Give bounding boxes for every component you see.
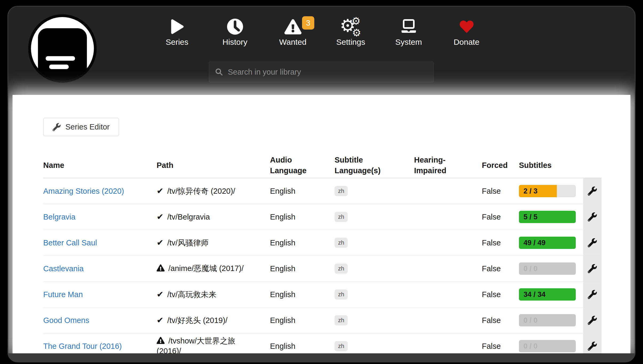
play-icon	[170, 16, 184, 37]
audio-language-value: English	[270, 187, 295, 196]
nav-item-system[interactable]: System	[380, 13, 438, 59]
audio-language-value: English	[270, 213, 295, 221]
wrench-icon	[588, 212, 597, 221]
path-text: /tvshow/大世界之旅 (2016)/	[157, 337, 235, 353]
series-table: Name Path Audio Language Subtitle Langua…	[43, 153, 601, 353]
heart-icon	[459, 16, 474, 37]
table-row: Castlevania ✔/anime/恶魔城 (2017)/ English …	[43, 256, 601, 282]
nav-item-donate[interactable]: Donate	[438, 13, 495, 59]
subtitle-language-badge: zh	[335, 289, 348, 300]
series-name-link[interactable]: Better Call Saul	[43, 238, 97, 247]
subtitles-progress-bar: 49 / 49	[519, 237, 576, 249]
header-subtitles: Subtitles	[519, 160, 583, 171]
wrench-icon	[588, 342, 597, 351]
nav-label: Donate	[454, 38, 479, 47]
table-row: Better Call Saul ✔/tv/风骚律师 English zh Fa…	[43, 230, 601, 256]
subtitles-progress-bar: 0 / 0	[519, 314, 576, 326]
series-name-link[interactable]: Belgravia	[43, 213, 76, 221]
audio-language-value: English	[270, 316, 295, 325]
nav-item-settings[interactable]: ⚙ ⚙ ⚙ Settings	[322, 13, 380, 59]
header-subtitle-languages: Subtitle Language(s)	[335, 155, 414, 176]
series-name-link[interactable]: Future Man	[43, 290, 83, 299]
check-icon: ✔	[157, 316, 164, 325]
series-editor-button[interactable]: Series Editor	[43, 118, 119, 136]
subtitle-language-badge: zh	[335, 315, 348, 325]
nav-label: Settings	[336, 38, 365, 47]
subtitles-progress-bar: 0 / 0	[519, 262, 576, 275]
edit-series-button[interactable]	[583, 230, 601, 256]
header-name: Name	[43, 160, 157, 171]
path-text: /anime/恶魔城 (2017)/	[168, 264, 244, 273]
subtitles-count-label: 34 / 34	[519, 288, 576, 301]
top-navigation-bar: Series History Wanted 3	[8, 7, 635, 95]
warning-icon	[157, 337, 165, 344]
table-row: Future Man ✔/tv/高玩救未来 English zh False 3…	[43, 282, 601, 308]
path-cell: ✔/tv/风骚律师	[157, 237, 209, 248]
edit-series-button[interactable]	[583, 256, 601, 281]
app-window: Series History Wanted 3	[7, 6, 636, 362]
laptop-icon	[400, 16, 418, 37]
subtitles-count-label: 49 / 49	[519, 237, 576, 249]
audio-language-value: English	[270, 264, 295, 273]
wrench-icon	[588, 238, 597, 247]
audio-language-value: English	[270, 238, 295, 247]
check-icon: ✔	[157, 212, 164, 221]
nav-item-series[interactable]: Series	[148, 13, 206, 59]
edit-series-button[interactable]	[583, 282, 601, 307]
check-icon: ✔	[157, 290, 164, 299]
subtitle-language-badge: zh	[335, 264, 348, 274]
edit-series-button[interactable]	[583, 308, 601, 333]
path-cell: ✔/tv/高玩救未来	[157, 289, 216, 300]
table-row: Amazing Stories (2020) ✔/tv/惊异传奇 (2020)/…	[43, 178, 601, 204]
nav-item-history[interactable]: History	[206, 13, 264, 59]
path-text: /tv/好兆头 (2019)/	[167, 316, 228, 325]
forced-value: False	[482, 187, 501, 196]
path-cell: ✔/tv/Belgravia	[157, 212, 210, 222]
series-name-link[interactable]: The Grand Tour (2016)	[43, 342, 122, 351]
search-icon	[215, 68, 223, 76]
subtitles-count-label: 5 / 5	[519, 211, 576, 223]
wrench-icon	[588, 290, 597, 299]
wrench-icon	[588, 316, 597, 325]
edit-series-button[interactable]	[583, 204, 601, 230]
nav-label: System	[395, 38, 422, 47]
subtitles-count-label: 2 / 3	[519, 185, 576, 197]
header-audio-language: Audio Language	[270, 155, 335, 176]
series-name-link[interactable]: Amazing Stories (2020)	[43, 187, 124, 196]
subtitles-count-label: 0 / 0	[519, 262, 576, 275]
search-input[interactable]	[227, 67, 428, 77]
edit-series-button[interactable]	[583, 333, 601, 353]
nav-item-wanted[interactable]: Wanted 3	[264, 13, 322, 59]
check-icon: ✔	[157, 186, 164, 196]
window-bottom-bar	[8, 353, 635, 362]
gears-icon: ⚙ ⚙ ⚙	[340, 16, 361, 37]
path-cell: ✔/tvshow/大世界之旅 (2016)/	[157, 336, 262, 353]
subtitles-count-label: 0 / 0	[519, 314, 576, 326]
subtitle-language-badge: zh	[335, 186, 348, 196]
subtitles-count-label: 0 / 0	[519, 340, 576, 352]
table-body: Amazing Stories (2020) ✔/tv/惊异传奇 (2020)/…	[43, 178, 601, 353]
subtitles-progress-bar: 5 / 5	[519, 211, 576, 223]
wrench-icon	[53, 123, 61, 131]
clock-icon	[227, 16, 243, 37]
table-row: Belgravia ✔/tv/Belgravia English zh Fals…	[43, 204, 601, 230]
path-text: /tv/Belgravia	[167, 213, 210, 221]
wrench-icon	[588, 187, 597, 196]
series-name-link[interactable]: Castlevania	[43, 264, 84, 273]
edit-series-button[interactable]	[583, 178, 601, 204]
forced-value: False	[482, 316, 501, 325]
main-content: Series Editor Name Path Audio Language S…	[13, 95, 630, 353]
header-path: Path	[157, 160, 270, 171]
series-name-link[interactable]: Good Omens	[43, 316, 89, 325]
path-text: /tv/惊异传奇 (2020)/	[167, 187, 235, 195]
forced-value: False	[482, 264, 501, 273]
subtitle-language-badge: zh	[335, 212, 348, 222]
warning-icon	[157, 264, 165, 272]
audio-language-value: English	[270, 342, 295, 351]
audio-language-value: English	[270, 290, 295, 299]
table-row: The Grand Tour (2016) ✔/tvshow/大世界之旅 (20…	[43, 333, 601, 353]
path-text: /tv/高玩救未来	[167, 290, 216, 299]
nav-label: Series	[166, 38, 188, 47]
wrench-icon	[588, 264, 597, 273]
subtitles-progress-bar: 0 / 0	[519, 340, 576, 352]
